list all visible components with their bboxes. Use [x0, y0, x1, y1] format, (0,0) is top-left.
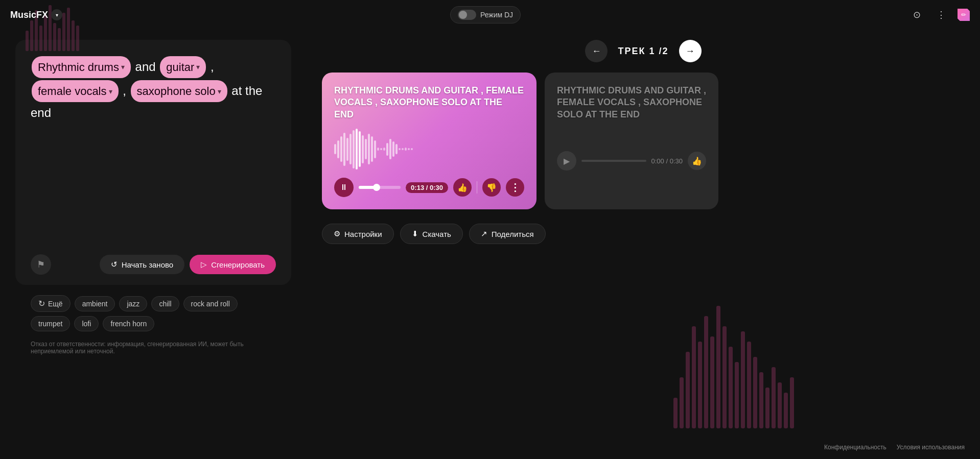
generate-icon: ▷	[201, 260, 207, 269]
chip-guitar[interactable]: guitar ▾	[160, 56, 206, 78]
action-buttons: ⚙ Настройки ⬇ Скачать ↗ Поделиться	[322, 224, 965, 244]
app-header: MusicFX ▾ Режим DJ ⊙ ⋮ ✏	[0, 0, 980, 30]
progress-thumb-1	[373, 184, 380, 191]
track-1-player: ⏸ 0:13 / 0:30 👍 👎	[334, 178, 524, 197]
toggle-switch	[458, 10, 476, 20]
progress-bar-2[interactable]	[581, 160, 646, 162]
bg-waveform-right	[673, 301, 980, 428]
next-icon: →	[686, 46, 695, 57]
tag-lofi[interactable]: lofi	[74, 316, 99, 331]
play-button-2[interactable]: ▶	[557, 151, 576, 171]
next-track-button[interactable]: →	[679, 40, 702, 62]
share-icon: ↗	[481, 229, 487, 238]
time-display-2: 0:00 / 0:30	[651, 157, 683, 165]
track-navigation: ← ТРЕК 1 /2 →	[322, 40, 965, 62]
dislike-button-1[interactable]: 👎	[482, 178, 501, 197]
dj-mode-label: Режим DJ	[480, 11, 513, 19]
pause-icon: ⏸	[340, 183, 348, 192]
edit-icon[interactable]: ✏	[958, 9, 970, 21]
more-options-button[interactable]: ⋮	[933, 7, 949, 23]
connector-comma1: ,	[211, 60, 214, 74]
download-button[interactable]: ⬇ Скачать	[400, 224, 463, 244]
like-button-2[interactable]: 👍	[688, 152, 706, 170]
tag-rock-and-roll[interactable]: rock and roll	[183, 296, 238, 311]
chip-chevron-2: ▾	[196, 61, 200, 73]
flag-icon: ⚑	[37, 259, 45, 270]
connector-comma2: ,	[123, 84, 126, 98]
app-title: MusicFX	[10, 10, 48, 20]
play-icon: ▶	[564, 156, 570, 166]
generate-button[interactable]: ▷ Сгенерировать	[190, 255, 276, 274]
connector-and: and	[135, 60, 156, 74]
left-panel: Rhythmic drums ▾ and guitar ▾ , female v…	[0, 30, 307, 459]
header-right: ⊙ ⋮ ✏	[908, 7, 970, 23]
divider	[477, 181, 477, 194]
track-more-button-1[interactable]: ⋮	[506, 178, 524, 197]
share-button[interactable]: ↗ Поделиться	[469, 224, 546, 244]
help-button[interactable]: ⊙	[908, 7, 925, 23]
prompt-actions: ⚑ ↺ Начать заново ▷ Сгенерировать	[31, 254, 276, 275]
disclaimer-text: Отказ от ответственности: информация, сг…	[15, 336, 291, 359]
thumbs-down-icon: 👎	[486, 183, 497, 192]
terms-link[interactable]: Условия использования	[897, 444, 965, 451]
thumbs-up-icon-2: 👍	[692, 156, 702, 166]
prompt-text: Rhythmic drums ▾ and guitar ▾ , female v…	[31, 55, 276, 123]
track-card-1: RHYTHMIC DRUMS AND GUITAR , FEMALE VOCAL…	[322, 73, 536, 209]
prev-icon: ←	[592, 46, 601, 57]
prev-track-button[interactable]: ←	[585, 40, 608, 62]
progress-bar-1[interactable]	[359, 186, 401, 189]
more-tags-button[interactable]: ↻ Ещё	[31, 295, 71, 312]
track-2-player: ▶ 0:00 / 0:30 👍	[557, 151, 706, 171]
footer-links: Конфиденциальность Условия использования	[824, 444, 965, 451]
chip-female-vocals[interactable]: female vocals ▾	[32, 80, 119, 102]
download-icon: ⬇	[412, 229, 418, 238]
tag-chill[interactable]: chill	[151, 296, 179, 311]
refresh-icon: ↻	[38, 299, 45, 308]
chip-chevron: ▾	[121, 61, 125, 73]
pause-button-1[interactable]: ⏸	[334, 178, 354, 197]
track-2-title: RHYTHMIC DRUMS AND GUITAR , FEMALE VOCAL…	[557, 85, 706, 120]
header-center: Режим DJ	[450, 6, 521, 23]
more-vertical-icon: ⋮	[510, 181, 520, 194]
like-button-1[interactable]: 👍	[453, 178, 472, 197]
track-card-2: RHYTHMIC DRUMS AND GUITAR , FEMALE VOCAL…	[545, 73, 718, 209]
restart-icon: ↺	[111, 260, 118, 269]
header-left: MusicFX ▾	[10, 9, 62, 20]
help-icon: ⊙	[913, 9, 921, 20]
app-dropdown-btn[interactable]: ▾	[51, 9, 62, 20]
chip-chevron-3: ▾	[109, 86, 112, 97]
track-label: ТРЕК 1 /2	[618, 46, 668, 57]
prompt-box: Rhythmic drums ▾ and guitar ▾ , female v…	[15, 40, 291, 285]
toggle-knob	[459, 11, 467, 19]
tags-section: ↻ Ещё ambient jazz chill rock and roll t…	[15, 285, 291, 336]
restart-button[interactable]: ↺ Начать заново	[100, 255, 185, 274]
flag-button[interactable]: ⚑	[31, 254, 51, 275]
tag-french-horn[interactable]: french horn	[103, 316, 154, 331]
privacy-link[interactable]: Конфиденциальность	[824, 444, 886, 451]
thumbs-up-icon: 👍	[457, 183, 468, 192]
track-1-waveform	[334, 129, 524, 170]
tag-jazz[interactable]: jazz	[119, 296, 147, 311]
settings-icon: ⚙	[334, 229, 340, 238]
tag-ambient[interactable]: ambient	[75, 296, 115, 311]
tag-trumpet[interactable]: trumpet	[31, 316, 70, 331]
chip-rhythmic-drums[interactable]: Rhythmic drums ▾	[32, 56, 131, 78]
settings-button[interactable]: ⚙ Настройки	[322, 224, 394, 244]
chip-chevron-4: ▾	[218, 86, 221, 97]
more-icon: ⋮	[937, 9, 946, 20]
chip-saxophone-solo[interactable]: saxophone solo ▾	[131, 80, 227, 102]
time-display-1: 0:13 / 0:30	[406, 182, 448, 193]
dj-mode-toggle[interactable]: Режим DJ	[450, 6, 521, 23]
track-1-title: RHYTHMIC DRUMS AND GUITAR , FEMALE VOCAL…	[334, 85, 524, 120]
track-cards: RHYTHMIC DRUMS AND GUITAR , FEMALE VOCAL…	[322, 73, 965, 209]
